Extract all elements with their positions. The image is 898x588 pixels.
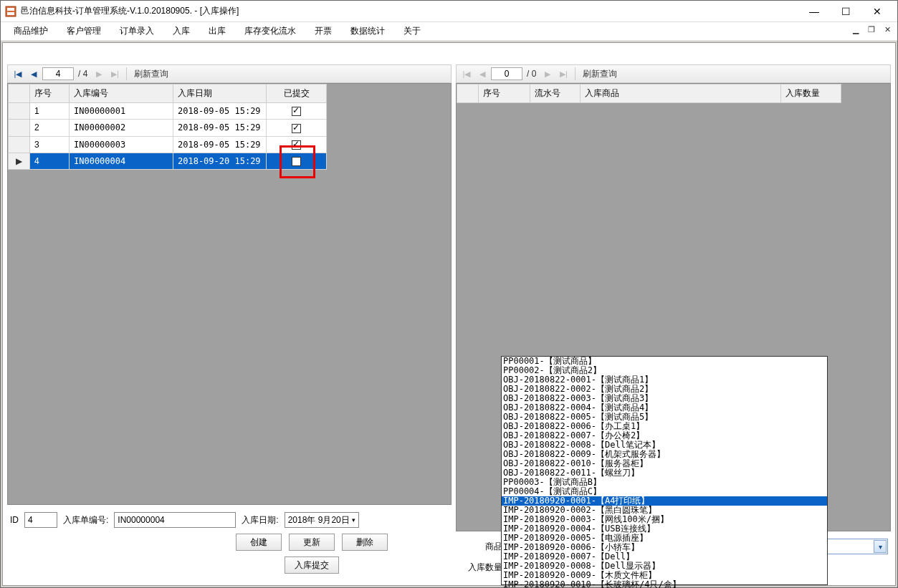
nav-refresh-button[interactable]: 刷新查询 <box>131 68 171 80</box>
svg-rect-1 <box>7 8 14 11</box>
submitted-checkbox[interactable] <box>292 157 301 166</box>
code-field[interactable] <box>114 512 236 528</box>
dropdown-option[interactable]: IMP-20180920-0010-【长玻璃杯/4只/盒】 <box>502 580 827 588</box>
menu-order-entry[interactable]: 订单录入 <box>113 23 161 39</box>
nav-first-icon[interactable]: |◀ <box>459 67 474 81</box>
menu-stock-in[interactable]: 入库 <box>166 23 197 39</box>
col-header[interactable]: 序号 <box>30 85 70 103</box>
qty-label: 入库数量: <box>459 562 505 574</box>
date-label: 入库日期: <box>242 514 278 526</box>
col-qty[interactable]: 入库数量 <box>781 85 841 103</box>
nav-prev-icon[interactable]: ◀ <box>27 67 41 81</box>
date-value: 2018年 9月20日 <box>288 514 350 526</box>
product-label: 商品: <box>459 541 505 553</box>
col-header[interactable]: 已提交 <box>267 85 327 103</box>
title-bar: 邑泊信息科技-订单管理系统-V.1.0.20180905. - [入库操作] —… <box>1 1 897 22</box>
menu-inventory-flow[interactable]: 库存变化流水 <box>237 23 303 39</box>
chevron-down-icon: ▾ <box>352 516 355 524</box>
nav-last-icon[interactable]: ▶| <box>556 67 570 81</box>
nav-position-input[interactable] <box>42 67 74 80</box>
col-flow[interactable]: 流水号 <box>530 85 581 103</box>
menu-invoice[interactable]: 开票 <box>307 23 339 39</box>
submit-button[interactable]: 入库提交 <box>285 556 339 574</box>
table-row[interactable]: 3IN000000032018-09-05 15:29 <box>9 136 327 153</box>
nav-last-icon[interactable]: ▶| <box>108 67 122 81</box>
close-button[interactable]: ✕ <box>861 1 893 22</box>
col-product[interactable]: 入库商品 <box>581 85 781 103</box>
update-button[interactable]: 更新 <box>289 534 335 551</box>
delete-button[interactable]: 删除 <box>342 534 388 551</box>
create-button[interactable]: 创建 <box>236 534 282 551</box>
table-row[interactable]: 2IN000000022018-09-05 15:29 <box>9 120 327 136</box>
chevron-down-icon[interactable]: ▾ <box>874 540 887 553</box>
mdi-close-icon[interactable]: ✕ <box>880 24 894 35</box>
menu-stock-out[interactable]: 出库 <box>201 23 233 39</box>
menu-bar: 商品维护 客户管理 订单录入 入库 出库 库存变化流水 开票 数据统计 关于 ▁… <box>1 22 897 41</box>
col-header[interactable]: 入库日期 <box>173 85 267 103</box>
date-picker[interactable]: 2018年 9月20日 ▾ <box>285 512 359 528</box>
code-label: 入库单编号: <box>63 514 108 526</box>
table-row[interactable]: 1IN000000012018-09-05 15:29 <box>9 103 327 120</box>
nav-next-icon[interactable]: ▶ <box>540 67 555 81</box>
table-row[interactable]: ▶4IN000000042018-09-20 15:29 <box>9 153 327 169</box>
minimize-button[interactable]: — <box>798 1 830 22</box>
menu-customers[interactable]: 客户管理 <box>59 23 108 39</box>
svg-rect-2 <box>7 12 14 15</box>
product-dropdown-list[interactable]: PP00001-【测试商品】PP00002-【测试商品2】OBJ-2018082… <box>501 356 828 585</box>
submitted-checkbox[interactable] <box>292 124 301 133</box>
menu-products[interactable]: 商品维护 <box>6 23 55 39</box>
left-grid[interactable]: 序号入库编号入库日期已提交1IN000000012018-09-05 15:29… <box>7 83 452 505</box>
mdi-restore-icon[interactable]: ❐ <box>864 24 879 35</box>
nav-first-icon[interactable]: |◀ <box>11 67 25 81</box>
window-title: 邑泊信息科技-订单管理系统-V.1.0.20180905. - [入库操作] <box>21 5 798 17</box>
nav-prev-icon[interactable]: ◀ <box>475 67 489 81</box>
menu-about[interactable]: 关于 <box>396 23 428 39</box>
nav-refresh-button[interactable]: 刷新查询 <box>580 68 620 80</box>
left-navigator: |◀ ◀ / 4 ▶ ▶| 刷新查询 <box>7 64 452 83</box>
right-navigator: |◀ ◀ / 0 ▶ ▶| 刷新查询 <box>456 64 891 83</box>
nav-total-label: / 0 <box>524 69 539 79</box>
nav-next-icon[interactable]: ▶ <box>92 67 106 81</box>
mdi-minimize-icon[interactable]: ▁ <box>849 24 863 35</box>
submitted-checkbox[interactable] <box>292 107 301 116</box>
id-field[interactable] <box>24 512 57 528</box>
col-header[interactable]: 入库编号 <box>70 85 173 103</box>
nav-total-label: / 4 <box>75 69 90 79</box>
app-icon <box>5 6 16 17</box>
submitted-checkbox[interactable] <box>292 140 301 150</box>
menu-stats[interactable]: 数据统计 <box>343 23 392 39</box>
maximize-button[interactable]: ☐ <box>830 1 861 22</box>
col-seq[interactable]: 序号 <box>479 85 530 103</box>
id-label: ID <box>10 515 19 525</box>
nav-position-input[interactable] <box>491 67 522 80</box>
